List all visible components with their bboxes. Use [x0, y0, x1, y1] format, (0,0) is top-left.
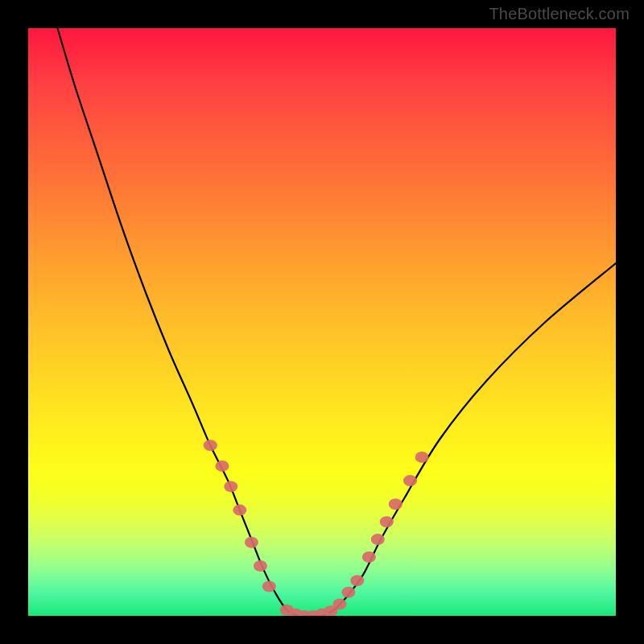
- data-marker: [254, 560, 267, 572]
- data-marker: [380, 516, 394, 527]
- data-marker: [332, 598, 346, 609]
- data-marker: [415, 452, 429, 463]
- data-marker: [350, 575, 364, 586]
- data-marker: [262, 581, 276, 592]
- data-marker: [403, 475, 417, 486]
- bottleneck-curve: [58, 28, 617, 616]
- chart-frame: TheBottleneck.com: [0, 0, 644, 644]
- data-marker: [362, 551, 376, 563]
- data-marker: [371, 534, 385, 545]
- data-marker: [341, 587, 355, 598]
- watermark-text: TheBottleneck.com: [489, 5, 630, 23]
- plot-area: [28, 28, 616, 616]
- data-marker: [245, 537, 258, 548]
- data-marker: [389, 498, 402, 510]
- markers-group: [204, 440, 429, 616]
- data-marker: [224, 481, 237, 492]
- curve-svg: [28, 28, 616, 616]
- data-marker: [204, 440, 217, 451]
- data-marker: [215, 460, 229, 472]
- data-marker: [233, 505, 246, 516]
